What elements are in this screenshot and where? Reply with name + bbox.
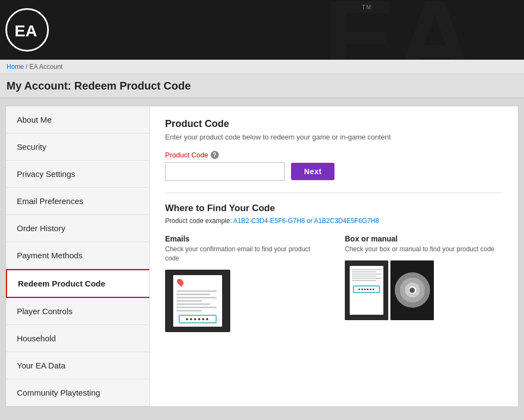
where-to-find-title: Where to Find Your Code: [165, 203, 503, 214]
breadcrumb: Home / EA Account: [0, 60, 524, 74]
emails-desc: Check your confirmation email to find yo…: [165, 245, 323, 263]
email-inner: ●●●●●●: [173, 275, 222, 327]
breadcrumb-home[interactable]: Home: [7, 63, 24, 71]
box-code-box: ●●●●●●: [353, 285, 380, 293]
sidebar-item-security[interactable]: Security: [6, 133, 149, 161]
box-manual-item: ●●●●●●: [345, 260, 388, 320]
emails-title: Emails: [165, 234, 323, 243]
main-layout: About Me Security Privacy Settings Email…: [5, 106, 519, 407]
email-line-5: [176, 303, 210, 305]
ea-logo: EA: [5, 8, 49, 52]
box-illustration: ●●●●●●: [345, 260, 503, 320]
sidebar-item-redeem-product-code[interactable]: Redeem Product Code: [6, 269, 149, 298]
box-desc: Check your box or manual to find your pr…: [345, 245, 503, 254]
product-code-label-text: Product Code: [165, 151, 209, 159]
help-icon[interactable]: ?: [211, 151, 219, 159]
email-illustration: ●●●●●●: [165, 270, 230, 332]
product-code-label: Product Code ?: [165, 151, 503, 159]
product-code-input[interactable]: [165, 162, 285, 181]
code-example-prefix: Product code example:: [165, 217, 232, 225]
email-line-1: [176, 290, 217, 292]
find-code-columns: Emails Check your confirmation email to …: [165, 234, 503, 332]
emails-column: Emails Check your confirmation email to …: [165, 234, 323, 332]
box-line-6: [352, 280, 376, 281]
sidebar-item-community-playtesting[interactable]: Community Playtesting: [6, 379, 149, 406]
svg-text:EA: EA: [323, 0, 474, 60]
box-line-1: [352, 269, 382, 270]
code-example: Product code example: A1B2-C3D4-E5F6-G7H…: [165, 217, 503, 225]
sidebar-item-player-controls[interactable]: Player Controls: [6, 298, 149, 325]
breadcrumb-section: EA Account: [29, 63, 62, 71]
email-line-7: [176, 310, 202, 311]
sidebar-item-your-ea-data[interactable]: Your EA Data: [6, 352, 149, 379]
sidebar-item-payment-methods[interactable]: Payment Methods: [6, 242, 149, 269]
box-line-5: [352, 278, 382, 279]
content-area: Product Code Enter your product code bel…: [150, 106, 518, 406]
email-code-box: ●●●●●●: [179, 315, 217, 323]
next-button[interactable]: Next: [291, 163, 334, 180]
code-example-value: A1B2-C3D4-E5F6-G7H8 or A1B2C3D4E5F6G7H8: [233, 217, 379, 225]
box-manual-inner: ●●●●●●: [350, 266, 383, 315]
box-line-4: [352, 276, 376, 277]
box-title: Box or manual: [345, 234, 503, 243]
header: EA EA TM: [0, 0, 524, 60]
email-line-6: [176, 307, 217, 308]
svg-text:EA: EA: [15, 22, 37, 40]
box-column: Box or manual Check your box or manual t…: [345, 234, 503, 332]
email-line-3: [176, 297, 217, 298]
sidebar-item-privacy-settings[interactable]: Privacy Settings: [6, 161, 149, 188]
sidebar-item-email-preferences[interactable]: Email Preferences: [6, 188, 149, 215]
email-line-2: [176, 294, 210, 295]
disc-container: [390, 260, 434, 320]
header-bg-watermark: EA: [318, 0, 481, 60]
page-title: My Account: Redeem Product Code: [0, 74, 524, 98]
section-subtitle: Enter your product code below to redeem …: [165, 133, 503, 141]
disc-icon: [395, 272, 430, 308]
sidebar: About Me Security Privacy Settings Email…: [6, 106, 150, 406]
sidebar-item-household[interactable]: Household: [6, 325, 149, 352]
box-line-2: [352, 271, 376, 272]
sidebar-item-order-history[interactable]: Order History: [6, 215, 149, 242]
tm-text: TM: [362, 4, 372, 10]
sidebar-item-about-me[interactable]: About Me: [6, 106, 149, 133]
section-title: Product Code: [165, 118, 503, 130]
code-input-row: Next: [165, 162, 503, 181]
email-line-4: [176, 300, 202, 302]
box-line-3: [352, 273, 382, 275]
disc-hole: [409, 288, 415, 293]
section-divider: [165, 193, 503, 193]
